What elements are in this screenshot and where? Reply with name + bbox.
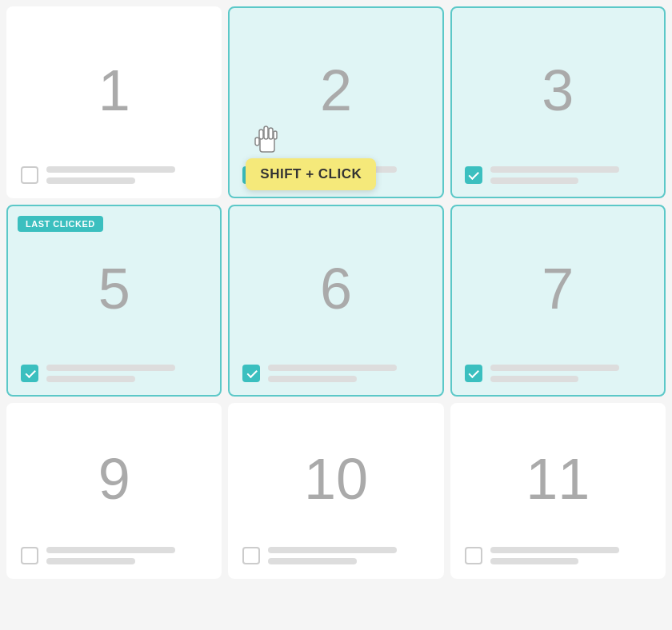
card-number-9: 9 (21, 417, 207, 540)
line-14 (46, 558, 135, 564)
svg-rect-5 (274, 131, 277, 139)
card-lines-6 (268, 365, 429, 382)
line-18 (490, 558, 579, 564)
line-7 (46, 365, 175, 371)
card-footer-3 (465, 166, 651, 184)
card-5[interactable]: LAST CLICKED 5 (6, 205, 222, 397)
card-lines-1 (46, 166, 207, 184)
card-number-11: 11 (465, 417, 651, 540)
card-footer-7 (465, 365, 651, 382)
checkbox-1[interactable] (21, 166, 38, 184)
card-9[interactable]: 9 (6, 403, 222, 579)
line-15 (268, 547, 397, 553)
card-2[interactable]: 2 (228, 6, 443, 198)
line-5 (490, 166, 619, 173)
card-footer-10 (242, 547, 429, 564)
card-footer-5 (21, 365, 207, 382)
svg-rect-4 (255, 138, 259, 146)
card-number-10: 10 (242, 417, 429, 540)
line-2 (46, 177, 135, 184)
line-12 (490, 376, 579, 382)
line-9 (268, 365, 397, 371)
card-footer-1 (21, 166, 207, 184)
svg-rect-3 (259, 130, 263, 139)
card-number-7: 7 (465, 219, 651, 358)
checkbox-6[interactable] (242, 365, 260, 382)
shift-click-tooltip: SHIFT + CLICK (246, 158, 376, 190)
checkbox-7[interactable] (465, 365, 482, 382)
svg-rect-1 (264, 126, 268, 139)
line-13 (46, 547, 175, 553)
card-footer-11 (465, 547, 651, 564)
card-lines-11 (490, 547, 651, 564)
line-11 (490, 365, 619, 371)
card-number-3: 3 (465, 21, 651, 160)
line-16 (268, 558, 357, 564)
card-grid: 1 2 (0, 0, 672, 585)
card-lines-5 (46, 365, 207, 382)
svg-rect-2 (269, 128, 273, 139)
tooltip-anchor: SHIFT + CLICK (246, 134, 376, 190)
card-footer-9 (21, 547, 207, 564)
card-lines-9 (46, 547, 207, 564)
card-lines-7 (490, 365, 651, 382)
checkbox-9[interactable] (21, 547, 38, 564)
card-11[interactable]: 11 (450, 403, 666, 579)
checkbox-10[interactable] (242, 547, 260, 564)
checkbox-5[interactable] (21, 365, 38, 382)
card-lines-10 (268, 547, 429, 564)
card-3[interactable]: 3 (450, 6, 666, 198)
line-10 (268, 376, 357, 382)
card-number-1: 1 (21, 21, 207, 160)
card-lines-3 (490, 166, 651, 184)
checkbox-11[interactable] (465, 547, 482, 564)
last-clicked-badge: LAST CLICKED (18, 216, 103, 232)
line-8 (46, 376, 135, 382)
card-7[interactable]: 7 (450, 205, 666, 397)
card-number-5: 5 (21, 219, 207, 358)
card-6[interactable]: 6 (228, 205, 443, 397)
line-17 (490, 547, 619, 553)
card-footer-6 (242, 365, 429, 382)
card-1[interactable]: 1 (6, 6, 222, 198)
card-number-6: 6 (242, 219, 429, 358)
card-10[interactable]: 10 (228, 403, 443, 579)
line-6 (490, 177, 579, 184)
cursor-icon (254, 123, 281, 158)
line-1 (46, 166, 175, 173)
checkbox-3[interactable] (465, 166, 482, 184)
